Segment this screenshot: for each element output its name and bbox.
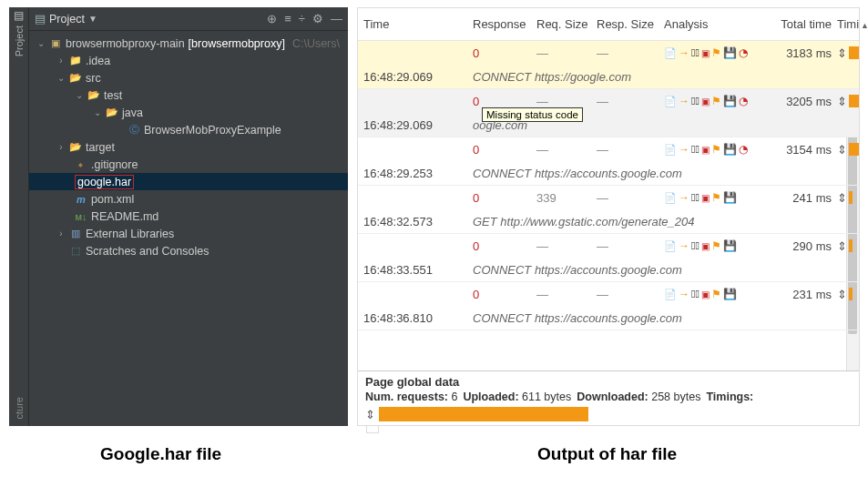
disk-icon: 💾	[723, 239, 737, 252]
gear-icon[interactable]: ⚙	[312, 12, 323, 25]
node-label: External Libraries	[86, 228, 174, 240]
tree-node-example-class[interactable]: Ⓒ BrowserMobProxyExample	[29, 121, 348, 138]
har-row[interactable]: 0——→👁⃠▣⚑💾◔3154 ms⇕16:48:29.253CONNECT ht…	[358, 137, 859, 186]
x-icon: ▣	[701, 96, 710, 107]
node-label: google.har	[77, 176, 131, 188]
folder-icon: ▤	[14, 9, 24, 22]
col-time[interactable]: Time	[363, 17, 473, 31]
row-description: CONNECT https://accounts.google.com	[473, 263, 859, 277]
project-view-label: Project	[49, 13, 85, 25]
har-rows: Missing status code 0——→👁⃠▣⚑💾◔3183 ms⇕16…	[358, 41, 859, 370]
row-respsize: —	[597, 95, 664, 108]
col-timing[interactable]: Timi▲	[837, 17, 866, 31]
timing-segment	[849, 191, 853, 204]
node-label: pom.xml	[91, 193, 134, 206]
tree-node-external-libraries[interactable]: › ▥ External Libraries	[29, 225, 348, 242]
har-row[interactable]: 0——→👁⃠▣⚑💾231 ms⇕16:48:36.810CONNECT http…	[358, 282, 859, 330]
node-label: README.md	[91, 210, 158, 223]
chevron-right-icon[interactable]: ›	[56, 56, 66, 66]
chevron-down-icon[interactable]: ⌄	[75, 90, 84, 100]
download-label: Downloaded:	[577, 391, 648, 403]
drag-handle-icon: ⇕	[837, 95, 847, 108]
structure-tab-partial[interactable]: cture	[14, 397, 25, 419]
col-totaltime[interactable]: Total time	[771, 17, 837, 31]
tree-node-test[interactable]: ⌄ 📂 test	[29, 86, 348, 104]
tree-node-gitignore[interactable]: 🞙 .gitignore	[29, 156, 348, 173]
har-row[interactable]: 0339—→👁⃠▣⚑💾241 ms⇕16:48:32.573GET http:/…	[358, 186, 859, 234]
highlighted-file: {} google.har	[75, 175, 134, 189]
eye-off-icon: 👁⃠	[691, 288, 700, 300]
locate-icon[interactable]: ⊕	[267, 12, 277, 25]
tree-node-idea[interactable]: › 📁 .idea	[29, 52, 348, 69]
row-response: 0	[473, 95, 536, 108]
har-row[interactable]: 0——→👁⃠▣⚑💾◔3183 ms⇕16:48:29.069CONNECT ht…	[358, 41, 859, 89]
doc-icon	[664, 95, 677, 107]
flag-icon: ⚑	[711, 239, 721, 252]
tree-node-target[interactable]: › 📂 target	[29, 138, 348, 156]
flag-icon: ⚑	[711, 191, 721, 204]
timings-label: Timings:	[706, 391, 753, 403]
row-description: GET http://www.gstatic.com/generate_204	[473, 215, 859, 228]
col-analysis[interactable]: Analysis	[664, 17, 771, 31]
hide-icon[interactable]: —	[331, 12, 342, 25]
tree-node-pom[interactable]: m pom.xml	[29, 190, 348, 208]
col-respsize[interactable]: Resp. Size	[597, 17, 664, 31]
doc-icon	[664, 46, 677, 59]
page-global-stats: Num. requests: 6 Uploaded: 611 bytes Dow…	[365, 391, 852, 403]
ide-main: ▤ Project ▼ ⊕ ≡ ÷ ⚙ — ⌄ ▣ browsermobprox…	[29, 7, 348, 426]
node-label: target	[86, 141, 115, 154]
x-icon: ▣	[701, 145, 710, 155]
har-row[interactable]: 0——→👁⃠▣⚑💾◔3205 ms⇕16:48:29.069oogle.com	[358, 89, 859, 137]
source-folder-icon: 📂	[106, 107, 118, 118]
timing-segment	[849, 288, 853, 300]
node-label: Scratches and Consoles	[86, 245, 209, 258]
chevron-right-icon[interactable]: ›	[56, 228, 66, 238]
tree-node-scratches[interactable]: ⬚ Scratches and Consoles	[29, 242, 348, 259]
x-icon: ▣	[701, 48, 710, 58]
arrow-right-icon: →	[679, 143, 689, 156]
project-view-selector[interactable]: ▤ Project ▼	[35, 12, 97, 25]
tree-node-java[interactable]: ⌄ 📂 java	[29, 104, 348, 121]
row-timing-bar: ⇕	[837, 239, 859, 253]
project-tab[interactable]: Project	[14, 25, 25, 56]
row-analysis-icons: →👁⃠▣⚑💾◔	[664, 95, 771, 107]
tooltip-missing-status: Missing status code	[482, 107, 583, 122]
disk-icon: 💾	[723, 191, 737, 204]
chevron-right-icon[interactable]: ›	[56, 142, 66, 152]
tree-node-readme[interactable]: м↓ README.md	[29, 208, 348, 225]
col-response[interactable]: Response	[473, 17, 536, 31]
arrow-right-icon: →	[679, 46, 689, 59]
flag-icon: ⚑	[711, 46, 721, 59]
chevron-down-icon: ▼	[88, 14, 97, 24]
collapse-all-icon[interactable]: ÷	[299, 12, 305, 25]
node-label: java	[122, 107, 143, 119]
numreq-value: 6	[451, 391, 457, 403]
folder-icon: ▤	[35, 12, 46, 25]
row-response: 0	[473, 46, 536, 60]
row-total-time: 3205 ms	[771, 95, 837, 108]
row-response: 0	[473, 239, 536, 253]
tree-node-google-har[interactable]: {} google.har	[29, 173, 348, 190]
expand-all-icon[interactable]: ≡	[284, 12, 291, 25]
drag-handle-icon: ⇕	[837, 288, 847, 301]
chevron-down-icon[interactable]: ⌄	[93, 107, 102, 117]
col-reqsize[interactable]: Req. Size	[536, 17, 597, 31]
tree-node-src[interactable]: ⌄ 📂 src	[29, 69, 348, 86]
upload-label: Uploaded:	[463, 391, 518, 403]
row-time: 16:48:29.069	[363, 70, 473, 84]
flag-icon: ⚑	[711, 95, 721, 107]
sort-asc-icon: ▲	[861, 21, 868, 30]
upload-value: 611 bytes	[522, 391, 571, 403]
row-reqsize: 339	[536, 191, 597, 205]
row-timing-bar: ⇕	[837, 191, 859, 205]
download-value: 258 bytes	[651, 391, 700, 403]
project-tree[interactable]: ⌄ ▣ browsermobproxy-main [browsermobprox…	[29, 31, 348, 426]
chevron-down-icon[interactable]: ⌄	[56, 73, 66, 83]
row-reqsize: —	[536, 46, 597, 60]
node-label: .gitignore	[91, 158, 138, 171]
har-row[interactable]: 0——→👁⃠▣⚑💾290 ms⇕16:48:33.551CONNECT http…	[358, 234, 859, 282]
row-reqsize: —	[536, 95, 597, 108]
tree-root[interactable]: ⌄ ▣ browsermobproxy-main [browsermobprox…	[29, 35, 348, 52]
chevron-down-icon[interactable]: ⌄	[36, 38, 46, 48]
row-respsize: —	[597, 46, 664, 60]
